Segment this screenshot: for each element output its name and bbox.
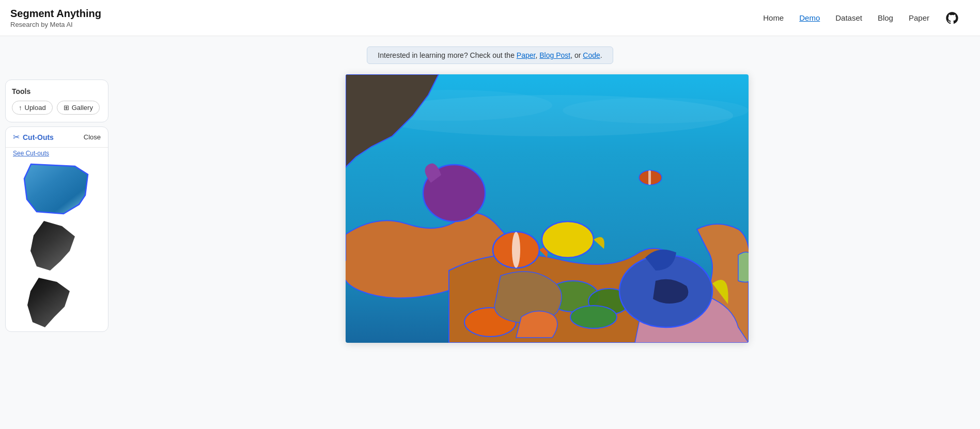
logo-area: Segment Anything Research by Meta AI xyxy=(10,7,101,28)
cutouts-scissors-icon: ✂ xyxy=(13,132,20,142)
nav-demo[interactable]: Demo xyxy=(799,13,820,22)
upload-button[interactable]: ↑ Upload xyxy=(12,101,53,115)
svg-rect-4 xyxy=(23,220,90,272)
info-suffix: . xyxy=(600,51,602,59)
see-cutouts-link[interactable]: See Cut-outs xyxy=(6,148,108,160)
paper-link[interactable]: Paper xyxy=(517,51,536,59)
header: Segment Anything Research by Meta AI Hom… xyxy=(0,0,980,36)
info-banner: Interested in learning more? Check out t… xyxy=(0,36,980,69)
cutout-thumb-3 xyxy=(23,277,90,328)
github-icon[interactable] xyxy=(945,11,959,25)
gallery-icon: ⊞ xyxy=(64,104,69,112)
cutouts-header: ✂ Cut-Outs Close xyxy=(6,127,108,148)
cutout-svg-3 xyxy=(23,277,90,328)
underwater-scene xyxy=(346,74,749,343)
main-nav: Home Demo Dataset Blog Paper xyxy=(763,11,959,25)
svg-rect-31 xyxy=(648,170,651,185)
info-banner-text: Interested in learning more? Check out t… xyxy=(367,46,613,64)
cutouts-title: Cut-Outs xyxy=(23,133,54,141)
upload-icon: ↑ xyxy=(19,104,22,112)
tools-label: Tools xyxy=(12,87,102,96)
cutouts-list xyxy=(6,160,108,331)
cutout-thumb-1 xyxy=(23,163,90,215)
gallery-label: Gallery xyxy=(72,104,93,112)
nav-blog[interactable]: Blog xyxy=(878,13,893,22)
tools-panel: Tools ↑ Upload ⊞ Gallery xyxy=(5,80,108,122)
cutout-item-1[interactable] xyxy=(11,163,103,215)
cutout-item-2[interactable] xyxy=(11,220,103,272)
image-container xyxy=(346,74,749,343)
cutouts-title-wrap: ✂ Cut-Outs xyxy=(13,132,54,142)
nav-paper[interactable]: Paper xyxy=(909,13,929,22)
cutout-svg-2 xyxy=(23,220,90,272)
sidebar: Tools ↑ Upload ⊞ Gallery ✂ Cut-Outs Clos… xyxy=(0,74,114,429)
svg-point-24 xyxy=(512,232,520,268)
cutout-item-3[interactable] xyxy=(11,277,103,328)
cutouts-close-button[interactable]: Close xyxy=(84,133,101,141)
blog-link[interactable]: Blog Post xyxy=(539,51,570,59)
cutout-thumb-2 xyxy=(23,220,90,272)
cutouts-panel: ✂ Cut-Outs Close See Cut-outs xyxy=(5,126,108,332)
app-title: Segment Anything xyxy=(10,7,101,20)
main-content: Tools ↑ Upload ⊞ Gallery ✂ Cut-Outs Clos… xyxy=(0,69,980,429)
gallery-button[interactable]: ⊞ Gallery xyxy=(57,101,100,115)
app-subtitle: Research by Meta AI xyxy=(10,21,101,28)
cutout-svg-1 xyxy=(23,163,90,215)
nav-home[interactable]: Home xyxy=(763,13,784,22)
info-prefix: Interested in learning more? Check out t… xyxy=(378,51,517,59)
nav-dataset[interactable]: Dataset xyxy=(835,13,862,22)
info-sep2: , or xyxy=(570,51,583,59)
image-area xyxy=(114,74,980,429)
code-link[interactable]: Code xyxy=(583,51,600,59)
svg-point-11 xyxy=(563,98,749,123)
svg-rect-7 xyxy=(23,277,90,328)
upload-label: Upload xyxy=(25,104,46,112)
tools-buttons: ↑ Upload ⊞ Gallery xyxy=(12,101,102,115)
